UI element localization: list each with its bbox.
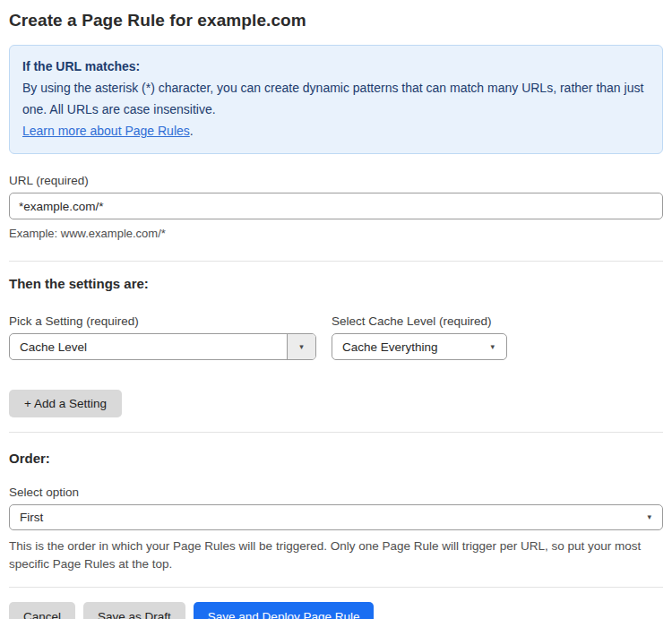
- order-heading: Order:: [9, 451, 663, 466]
- cache-level-select-value: Cache Everything: [332, 340, 490, 354]
- caret-down-icon: ▾: [647, 513, 662, 521]
- cache-level-select[interactable]: Cache Everything ▾: [332, 333, 507, 360]
- info-box-body: By using the asterisk (*) character, you…: [22, 77, 650, 120]
- save-deploy-button[interactable]: Save and Deploy Page Rule: [194, 602, 375, 619]
- url-hint: Example: www.example.com/*: [9, 225, 663, 243]
- url-match-info-box: If the URL matches: By using the asteris…: [9, 45, 663, 154]
- settings-row: Pick a Setting (required) Cache Level ▾ …: [9, 293, 663, 360]
- divider: [9, 432, 663, 433]
- info-box-heading: If the URL matches:: [22, 56, 650, 77]
- order-select-value: First: [10, 511, 647, 524]
- caret-box[interactable]: ▾: [287, 334, 315, 359]
- pick-setting-column: Pick a Setting (required) Cache Level ▾: [9, 293, 316, 360]
- cancel-button[interactable]: Cancel: [9, 602, 75, 619]
- order-select[interactable]: First ▾: [9, 504, 663, 530]
- create-page-rule-form: Create a Page Rule for example.com If th…: [0, 0, 672, 619]
- divider: [9, 261, 663, 262]
- divider: [9, 587, 663, 588]
- caret-down-icon: ▾: [299, 343, 304, 351]
- info-box-link-line: Learn more about Page Rules.: [22, 120, 650, 142]
- cache-level-column: Select Cache Level (required) Cache Ever…: [332, 293, 507, 360]
- settings-heading: Then the settings are:: [9, 276, 663, 291]
- pick-setting-select[interactable]: Cache Level ▾: [9, 333, 316, 360]
- add-setting-button[interactable]: + Add a Setting: [9, 390, 122, 417]
- page-title: Create a Page Rule for example.com: [9, 11, 663, 30]
- order-hint: This is the order in which your Page Rul…: [9, 537, 647, 573]
- save-draft-button[interactable]: Save as Draft: [83, 602, 185, 619]
- order-select-label: Select option: [9, 486, 663, 499]
- form-actions: Cancel Save as Draft Save and Deploy Pag…: [9, 602, 663, 619]
- link-suffix: .: [190, 124, 194, 138]
- pick-setting-label: Pick a Setting (required): [9, 314, 316, 328]
- cache-level-label: Select Cache Level (required): [332, 314, 507, 328]
- learn-more-link[interactable]: Learn more about Page Rules: [22, 124, 190, 138]
- url-input[interactable]: [9, 193, 663, 219]
- url-label: URL (required): [9, 174, 663, 187]
- pick-setting-select-value: Cache Level: [10, 340, 287, 354]
- caret-down-icon: ▾: [490, 343, 506, 351]
